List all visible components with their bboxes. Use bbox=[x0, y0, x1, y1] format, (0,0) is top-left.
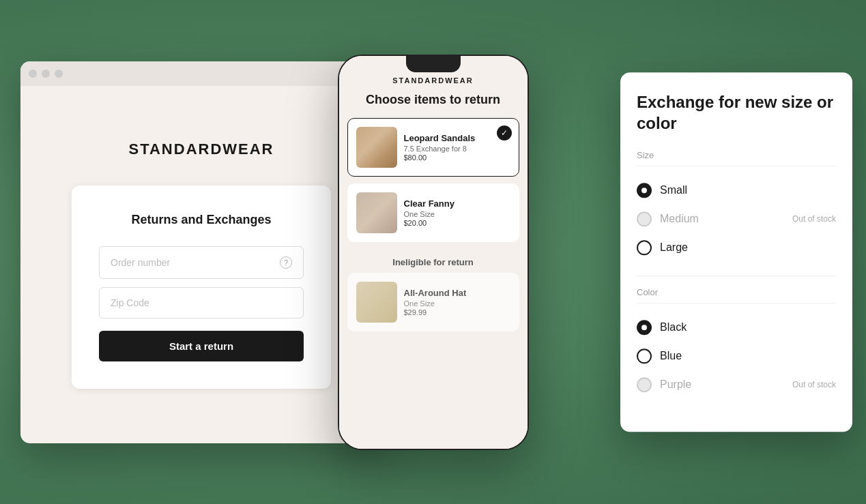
color-option-purple: Purple Out of stock bbox=[637, 370, 836, 399]
size-oos-medium: Out of stock bbox=[792, 214, 836, 224]
product-card-hat: All-Around Hat One Size $29.99 bbox=[347, 273, 519, 331]
window-titlebar bbox=[20, 61, 382, 86]
desktop-window: STANDARDWEAR Returns and Exchanges Order… bbox=[20, 61, 382, 443]
zip-code-field[interactable]: Zip Code bbox=[99, 287, 304, 318]
phone-screen: STANDARDWEAR Choose items to return Leop… bbox=[339, 56, 528, 449]
size-radio-small[interactable] bbox=[637, 183, 652, 198]
size-radio-large[interactable] bbox=[637, 240, 652, 255]
phone-body: Choose items to return Leopard Sandals 7… bbox=[339, 93, 528, 449]
order-number-placeholder: Order number bbox=[111, 257, 170, 268]
product-info-hat: All-Around Hat One Size $29.99 bbox=[404, 288, 510, 316]
choose-items-heading: Choose items to return bbox=[347, 93, 519, 107]
ineligible-heading: Ineligible for return bbox=[347, 249, 519, 273]
color-divider bbox=[637, 276, 836, 276]
zip-placeholder: Zip Code bbox=[111, 297, 149, 308]
color-radio-black[interactable] bbox=[637, 320, 652, 335]
product-info-sandals: Leopard Sandals 7.5 Exchange for 8 $80.0… bbox=[404, 133, 510, 162]
color-radio-purple bbox=[637, 377, 652, 392]
color-label-black: Black bbox=[660, 321, 836, 333]
right-panel: Exchange for new size or color Size Smal… bbox=[620, 72, 852, 432]
panel-title: Exchange for new size or color bbox=[637, 91, 836, 134]
color-label-blue: Blue bbox=[660, 350, 836, 362]
color-option-black[interactable]: Black bbox=[637, 313, 836, 342]
check-badge-sandals: ✓ bbox=[497, 125, 512, 140]
phone-notch bbox=[406, 56, 461, 72]
size-option-small[interactable]: Small bbox=[637, 176, 836, 205]
window-dot-green bbox=[55, 70, 63, 78]
product-price-sandals: $80.00 bbox=[404, 153, 510, 162]
product-name-hat: All-Around Hat bbox=[404, 288, 510, 298]
product-price-fanny: $20.00 bbox=[404, 219, 510, 227]
product-img-fanny bbox=[356, 192, 397, 233]
size-radio-medium bbox=[637, 211, 652, 226]
size-label: Size bbox=[637, 150, 836, 166]
size-option-large[interactable]: Large bbox=[637, 233, 836, 262]
window-content: STANDARDWEAR Returns and Exchanges Order… bbox=[20, 86, 382, 443]
order-number-field[interactable]: Order number ? bbox=[99, 246, 304, 279]
product-card-fanny[interactable]: Clear Fanny One Size $20.00 bbox=[347, 183, 519, 242]
color-label: Color bbox=[637, 287, 836, 303]
product-price-hat: $29.99 bbox=[404, 308, 510, 316]
size-label-small: Small bbox=[660, 184, 836, 196]
product-img-sandals bbox=[356, 127, 397, 168]
product-img-hat bbox=[356, 282, 397, 323]
product-detail-fanny: One Size bbox=[404, 210, 510, 218]
size-label-large: Large bbox=[660, 241, 836, 254]
color-label-purple: Purple bbox=[660, 379, 784, 391]
returns-title: Returns and Exchanges bbox=[99, 213, 304, 227]
size-label-medium: Medium bbox=[660, 213, 784, 225]
desktop-brand: STANDARDWEAR bbox=[128, 140, 274, 158]
color-option-blue[interactable]: Blue bbox=[637, 342, 836, 370]
size-radio-group: Small Medium Out of stock Large bbox=[637, 176, 836, 262]
product-card-sandals[interactable]: Leopard Sandals 7.5 Exchange for 8 $80.0… bbox=[347, 118, 519, 177]
mobile-phone: STANDARDWEAR Choose items to return Leop… bbox=[338, 55, 529, 450]
hint-icon: ? bbox=[280, 256, 292, 269]
size-option-medium: Medium Out of stock bbox=[637, 205, 836, 233]
product-info-fanny: Clear Fanny One Size $20.00 bbox=[404, 198, 510, 227]
window-dot-red bbox=[29, 70, 37, 78]
product-detail-hat: One Size bbox=[404, 299, 510, 308]
product-name-fanny: Clear Fanny bbox=[404, 198, 510, 209]
start-return-button[interactable]: Start a return bbox=[99, 331, 304, 361]
window-dot-yellow bbox=[42, 70, 50, 78]
color-radio-blue[interactable] bbox=[637, 349, 652, 364]
scene: STANDARDWEAR Returns and Exchanges Order… bbox=[0, 0, 866, 504]
product-detail-sandals: 7.5 Exchange for 8 bbox=[404, 145, 510, 153]
returns-card: Returns and Exchanges Order number ? Zip… bbox=[72, 186, 331, 389]
color-oos-purple: Out of stock bbox=[792, 380, 836, 389]
product-name-sandals: Leopard Sandals bbox=[404, 133, 510, 143]
color-radio-group: Black Blue Purple Out of stock bbox=[637, 313, 836, 399]
